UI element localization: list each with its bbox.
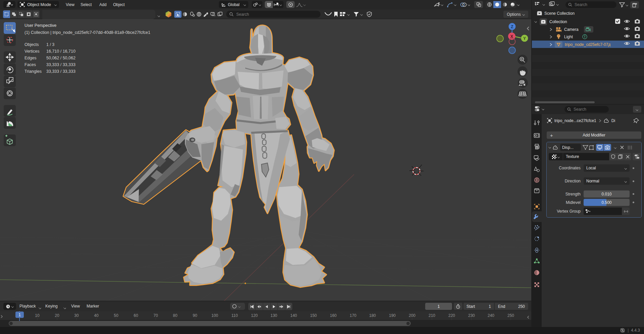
svg-text:240: 240	[488, 313, 494, 318]
svg-text:20: 20	[55, 313, 59, 318]
svg-text:160: 160	[330, 313, 337, 318]
svg-text:130: 130	[270, 313, 277, 318]
svg-text:200: 200	[409, 313, 415, 318]
svg-text:140: 140	[290, 313, 297, 318]
svg-text:210: 210	[429, 313, 435, 318]
svg-text:170: 170	[350, 313, 356, 318]
svg-text:230: 230	[468, 313, 475, 318]
svg-text:10: 10	[35, 313, 40, 318]
svg-text:80: 80	[173, 313, 178, 318]
svg-text:70: 70	[153, 313, 158, 318]
svg-text:100: 100	[211, 313, 218, 318]
svg-text:90: 90	[193, 313, 197, 318]
svg-text:1: 1	[18, 313, 21, 317]
svg-text:120: 120	[251, 313, 258, 318]
svg-text:Z: Z	[511, 24, 513, 29]
svg-text:110: 110	[231, 313, 238, 318]
svg-text:180: 180	[369, 313, 376, 318]
svg-text:190: 190	[389, 313, 396, 318]
svg-text:50: 50	[114, 313, 118, 318]
svg-text:30: 30	[74, 313, 79, 318]
svg-text:250: 250	[507, 313, 514, 318]
svg-text:40: 40	[94, 313, 99, 318]
svg-text:60: 60	[134, 313, 138, 318]
svg-text:Y: Y	[523, 36, 526, 41]
svg-text:150: 150	[310, 313, 317, 318]
svg-text:220: 220	[448, 313, 455, 318]
